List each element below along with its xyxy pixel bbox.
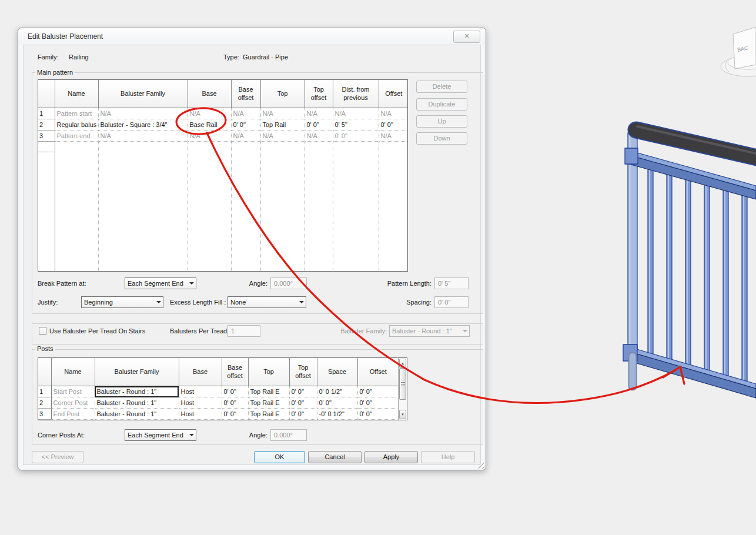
table-cell[interactable]: 0' 5" — [333, 119, 379, 131]
chevron-down-icon — [460, 330, 469, 332]
down-button[interactable]: Down — [416, 132, 467, 145]
row-number[interactable]: 1 — [38, 386, 51, 397]
table-cell[interactable]: Baluster - Square : 3/4" — [98, 119, 188, 131]
table-cell[interactable]: N/A — [333, 108, 379, 119]
break-pattern-select[interactable]: Each Segment End — [125, 277, 196, 289]
column-header: Dist. from previous — [333, 80, 379, 108]
table-cell[interactable]: N/A — [188, 108, 231, 119]
table-cell[interactable]: Host — [179, 386, 222, 397]
spacing-label: Spacing: — [376, 299, 431, 306]
preview-button[interactable]: << Preview — [32, 451, 83, 463]
table-cell[interactable]: 0' 0" — [317, 397, 357, 409]
table-cell[interactable]: 0' 0" — [333, 131, 379, 142]
table-cell[interactable]: N/A — [379, 131, 408, 142]
dialog-titlebar[interactable]: Edit Baluster Placement ✕ — [18, 28, 486, 45]
empty-cell — [222, 420, 248, 421]
table-cell[interactable]: N/A — [260, 131, 305, 142]
table-cell[interactable]: N/A — [305, 131, 333, 142]
table-cell[interactable]: Top Rail E — [248, 386, 289, 397]
table-cell[interactable]: Baluster - Round : 1" — [95, 386, 179, 397]
scroll-down-icon[interactable]: ▼ — [399, 410, 406, 419]
ok-button[interactable]: OK — [254, 451, 305, 463]
table-cell[interactable]: N/A — [231, 108, 260, 119]
table-cell[interactable]: N/A — [305, 108, 333, 119]
baluster — [704, 182, 710, 372]
corner-posts-at-value: Each Segment End — [125, 432, 187, 439]
column-header: Baluster Family — [98, 80, 188, 108]
table-cell[interactable]: N/A — [231, 131, 260, 142]
row-number[interactable]: 2 — [38, 119, 55, 131]
table-cell[interactable]: 0' 0" — [222, 409, 248, 420]
table-cell[interactable]: 0' 0" — [289, 409, 317, 420]
cancel-button[interactable]: Cancel — [308, 451, 362, 463]
empty-cell — [179, 420, 222, 421]
table-cell[interactable]: 0' 0" — [222, 386, 248, 397]
empty-cell — [231, 142, 260, 272]
help-button[interactable]: Help — [421, 451, 475, 463]
table-cell[interactable]: N/A — [379, 108, 408, 119]
table-cell[interactable]: End Post — [51, 409, 95, 420]
pattern-length-label: Pattern Length: — [376, 280, 431, 287]
edit-baluster-placement-dialog: Edit Baluster Placement ✕ Family: Railin… — [18, 28, 486, 470]
scroll-thumb[interactable] — [399, 368, 406, 400]
table-cell[interactable]: -0' 0 1/2" — [317, 409, 357, 420]
up-button[interactable]: Up — [416, 115, 467, 128]
table-cell[interactable]: 0' 0" — [231, 119, 260, 131]
justify-select[interactable]: Beginning — [81, 296, 163, 308]
table-cell[interactable]: 0' 0" — [305, 119, 333, 131]
row-number[interactable]: 1 — [38, 108, 55, 119]
duplicate-button[interactable]: Duplicate — [416, 98, 467, 111]
table-cell[interactable]: 0' 0" — [289, 397, 317, 409]
table-cell[interactable]: N/A — [260, 108, 305, 119]
table-cell[interactable]: Top Rail — [260, 119, 305, 131]
use-baluster-per-tread-label: Use Baluster Per Tread On Stairs — [49, 327, 145, 335]
posts-table-scrollbar[interactable]: ▲ ▼ — [398, 358, 407, 420]
table-cell[interactable]: Base Rail — [188, 119, 231, 131]
table-cell[interactable]: Host — [179, 397, 222, 409]
scroll-up-icon[interactable]: ▲ — [399, 359, 406, 368]
use-baluster-per-tread-checkbox[interactable] — [39, 327, 46, 335]
row-number[interactable]: 3 — [38, 131, 55, 142]
table-cell[interactable]: Top Rail E — [248, 409, 289, 420]
table-cell[interactable]: 0' 0 1/2" — [317, 386, 357, 397]
corner-posts-at-select[interactable]: Each Segment End — [125, 429, 196, 441]
table-cell[interactable]: 0' 0" — [357, 409, 399, 420]
table-cell[interactable]: Start Post — [51, 386, 95, 397]
table-cell[interactable]: 0' 0" — [289, 386, 317, 397]
column-header: Base — [179, 358, 222, 386]
apply-button[interactable]: Apply — [364, 451, 418, 463]
empty-cell — [260, 142, 305, 272]
chevron-down-icon — [297, 301, 306, 303]
table-cell[interactable]: 0' 0" — [379, 119, 408, 131]
baluster — [742, 193, 747, 383]
table-cell[interactable]: N/A — [98, 108, 188, 119]
table-cell[interactable]: Baluster - Round : 1" — [95, 409, 179, 420]
table-cell[interactable]: Pattern end — [55, 131, 98, 142]
empty-cell — [379, 142, 408, 272]
table-cell[interactable]: Corner Post — [51, 397, 95, 409]
dialog-client-area: Family: Railing Type: Guardrail - Pipe M… — [23, 45, 481, 465]
table-cell[interactable]: 0' 0" — [222, 397, 248, 409]
table-cell[interactable]: Baluster - Round : 1" — [95, 397, 179, 409]
close-icon[interactable]: ✕ — [453, 31, 480, 43]
table-cell[interactable]: Host — [179, 409, 222, 420]
table-cell[interactable]: Regular balus — [55, 119, 98, 131]
table-cell[interactable]: N/A — [188, 131, 231, 142]
column-header: Top offset — [289, 358, 317, 386]
table-cell[interactable]: Pattern start — [55, 108, 98, 119]
table-cell[interactable]: Top Rail E — [248, 397, 289, 409]
table-cell[interactable]: 0' 0" — [357, 397, 399, 409]
tread-baluster-family-value: Baluster - Round : 1" — [390, 327, 460, 335]
tread-baluster-family-label: Baluster Family: — [329, 327, 387, 335]
chevron-down-icon — [187, 282, 196, 285]
balusters-per-tread-label: Balusters Per Tread: — [170, 327, 229, 335]
table-cell[interactable]: N/A — [98, 131, 188, 142]
row-number[interactable]: 3 — [38, 409, 51, 420]
row-number[interactable]: 2 — [38, 397, 51, 409]
railing-3d-view — [623, 126, 756, 398]
excess-length-fill-select[interactable]: None — [228, 296, 306, 308]
main-pattern-group-label: Main pattern — [35, 69, 75, 76]
balusters-per-tread-input: 1 — [228, 325, 260, 337]
table-cell[interactable]: 0' 0" — [357, 386, 399, 397]
delete-button[interactable]: Delete — [416, 81, 467, 93]
